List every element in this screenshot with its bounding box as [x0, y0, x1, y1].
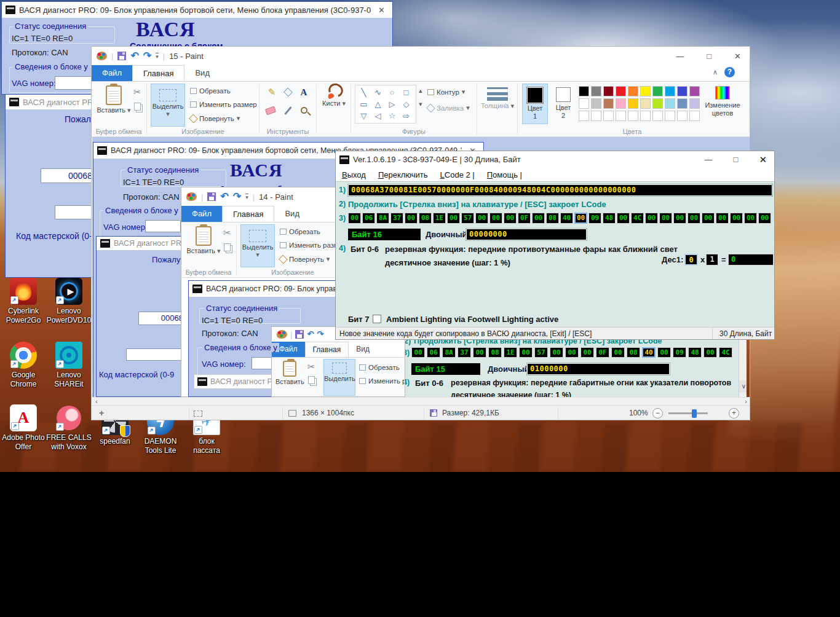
- customize-qat-icon[interactable]: ▾: [156, 53, 159, 59]
- color-picker-icon[interactable]: [282, 104, 294, 117]
- shape-icon[interactable]: ◁: [371, 110, 385, 122]
- brushes-button[interactable]: Кисти ▾: [319, 84, 349, 127]
- byte-cell[interactable]: 0F: [518, 213, 531, 224]
- byte-cell[interactable]: 00: [532, 213, 545, 224]
- edit-colors-button[interactable]: Изменение цветов: [704, 84, 741, 124]
- close-button[interactable]: ✕: [731, 52, 745, 61]
- horizontal-scrollbar[interactable]: ‹ ›: [92, 397, 750, 405]
- undo-icon[interactable]: ↶: [130, 52, 138, 60]
- byte-cell[interactable]: 00: [744, 213, 757, 224]
- byte-cell[interactable]: 00: [758, 213, 771, 224]
- byte-cell[interactable]: 00: [687, 213, 700, 224]
- thickness-button[interactable]: Толщина ▾: [480, 84, 515, 127]
- byte-cell[interactable]: 00: [673, 213, 686, 224]
- byte-cell[interactable]: 00: [730, 213, 743, 224]
- help-icon[interactable]: ?: [724, 67, 735, 77]
- zoom-slider-track[interactable]: [668, 412, 708, 414]
- byte-cell[interactable]: 00: [574, 213, 587, 224]
- shapes-scroll-down-icon[interactable]: ▾: [419, 100, 422, 108]
- shape-icon[interactable]: ╲: [357, 87, 371, 98]
- byte-cell[interactable]: 00: [645, 213, 658, 224]
- color-swatch[interactable]: [689, 98, 700, 109]
- save-icon[interactable]: [117, 52, 126, 60]
- zoom-out-button[interactable]: −: [652, 408, 663, 419]
- zoom-slider-thumb[interactable]: [692, 409, 697, 418]
- resize-button[interactable]: Изменить размер: [190, 101, 257, 108]
- shape-icon[interactable]: △: [371, 98, 385, 110]
- color-swatch[interactable]: [665, 98, 675, 109]
- color-swatch[interactable]: [603, 98, 614, 109]
- byte-cell[interactable]: 48: [603, 213, 616, 224]
- byte-cell[interactable]: 00: [405, 213, 418, 224]
- color-swatch[interactable]: [591, 98, 601, 109]
- eraser-icon[interactable]: [264, 104, 277, 117]
- byte-cell[interactable]: 06: [362, 213, 375, 224]
- color-swatch[interactable]: [616, 98, 626, 109]
- color-swatch[interactable]: [603, 86, 614, 96]
- shape-icon[interactable]: ◇: [399, 98, 413, 110]
- shape-icon[interactable]: ▽: [357, 110, 371, 122]
- menu-item[interactable]: Помощь |: [487, 170, 522, 179]
- color-swatch[interactable]: [616, 86, 626, 96]
- vasya-titlebar[interactable]: ВАСЯ диагност PRO: 09- Блок управления б…: [2, 2, 392, 18]
- redo-icon[interactable]: ↷: [143, 52, 151, 60]
- close-button[interactable]: ✕: [374, 6, 389, 15]
- magnifier-icon[interactable]: [298, 104, 310, 117]
- rotate-button[interactable]: Повернуть▾: [190, 114, 240, 122]
- shape-icon[interactable]: ▭: [357, 98, 371, 110]
- empty-swatch[interactable]: [665, 111, 675, 121]
- color2-button[interactable]: Цвет 2: [550, 84, 576, 124]
- copy-icon[interactable]: [134, 103, 141, 111]
- empty-swatch[interactable]: [628, 111, 638, 121]
- byte-cell[interactable]: 00: [348, 213, 361, 224]
- paint-tab[interactable]: Файл: [92, 65, 132, 81]
- color-swatch[interactable]: [689, 86, 700, 96]
- color-swatch[interactable]: [652, 86, 663, 96]
- byte-cell[interactable]: 1E: [433, 213, 446, 224]
- maximize-button[interactable]: □: [730, 155, 742, 164]
- byte-cell[interactable]: 00: [659, 213, 672, 224]
- color-swatch[interactable]: [628, 98, 638, 109]
- menu-item[interactable]: Выход: [342, 170, 366, 179]
- shape-fill-button[interactable]: Заливка▾: [427, 104, 470, 112]
- pencil-icon[interactable]: ✎: [266, 85, 278, 99]
- empty-swatch[interactable]: [579, 111, 589, 121]
- dec-value-input[interactable]: 0: [684, 254, 698, 265]
- byte-cell[interactable]: 4C: [631, 213, 644, 224]
- byte-cell[interactable]: 40: [560, 213, 573, 224]
- color1-button[interactable]: Цвет 1: [522, 84, 548, 124]
- byte-cell[interactable]: 09: [588, 213, 601, 224]
- byte-cell[interactable]: 57: [461, 213, 474, 224]
- color-swatch[interactable]: [677, 86, 687, 96]
- menu-item[interactable]: Переключить: [378, 170, 428, 179]
- color-swatch[interactable]: [579, 98, 589, 109]
- color-swatch[interactable]: [628, 86, 638, 96]
- zoom-in-button[interactable]: +: [729, 408, 739, 419]
- empty-swatch[interactable]: [591, 111, 601, 121]
- shape-icon[interactable]: □: [399, 87, 413, 98]
- color-swatch[interactable]: [640, 98, 651, 109]
- menu-item[interactable]: LCode 2 |: [440, 170, 475, 179]
- minimize-button[interactable]: —: [672, 52, 687, 61]
- desktop-icon[interactable]: Lenovo PowerDVD10: [41, 278, 97, 325]
- byte-cell[interactable]: 00: [489, 213, 502, 224]
- empty-swatch[interactable]: [603, 111, 614, 121]
- paint-tab[interactable]: Главная: [132, 65, 184, 81]
- empty-swatch[interactable]: [616, 111, 626, 121]
- outline-button[interactable]: Контур▾: [427, 88, 465, 96]
- long-code-value[interactable]: 00068A3700081E00570000000F00084000094800…: [348, 184, 772, 196]
- byte-cell[interactable]: 00: [716, 213, 729, 224]
- byte-cell[interactable]: 08: [419, 213, 432, 224]
- byte-cell[interactable]: 00: [447, 213, 460, 224]
- crop-button[interactable]: Обрезать: [190, 87, 231, 95]
- byte-cell[interactable]: 00: [504, 213, 517, 224]
- minimize-button[interactable]: —: [701, 155, 716, 164]
- fill-bucket-icon[interactable]: [282, 85, 294, 99]
- binary-value[interactable]: 00000000: [466, 229, 587, 240]
- byte-cell[interactable]: 37: [390, 213, 403, 224]
- shape-icon[interactable]: ▷: [385, 98, 399, 110]
- color-swatch[interactable]: [665, 86, 675, 96]
- color-swatch[interactable]: [579, 86, 589, 96]
- lcode-titlebar[interactable]: Ver.1.0.6.19 - 3C8-937-049-E | 30 Длина,…: [336, 151, 774, 168]
- byte-cell[interactable]: 8A: [376, 213, 389, 224]
